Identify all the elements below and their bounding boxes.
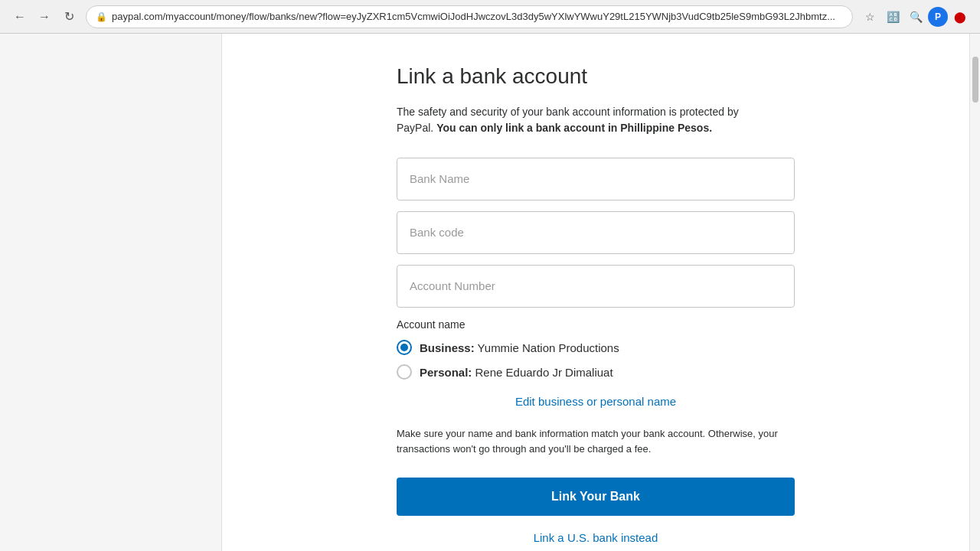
forward-button[interactable]: → <box>34 6 55 28</box>
scrollbar-thumb[interactable] <box>972 57 978 103</box>
radio-personal-label: Personal: Rene Eduardo Jr Dimaliuat <box>420 366 613 379</box>
notice-text: Make sure your name and bank information… <box>397 426 795 456</box>
radio-business-type: Business: <box>420 341 475 354</box>
account-number-input[interactable] <box>397 265 795 308</box>
radio-group: Business: Yummie Nation Productions Pers… <box>397 340 795 380</box>
search-button[interactable]: 🔍 <box>905 6 926 28</box>
link-bank-button[interactable]: Link Your Bank <box>397 478 795 516</box>
bank-code-input[interactable] <box>397 211 795 254</box>
profile-avatar[interactable]: P <box>928 7 948 27</box>
url-text: paypal.com/myaccount/money/flow/banks/ne… <box>112 11 835 22</box>
radio-business-name: Yummie Nation Productions <box>478 341 619 354</box>
browser-chrome: ← → ↻ 🔒 paypal.com/myaccount/money/flow/… <box>0 0 980 34</box>
back-button[interactable]: ← <box>9 6 31 28</box>
extension-button-2[interactable]: ⬤ <box>949 6 971 28</box>
lock-icon: 🔒 <box>96 11 107 22</box>
refresh-button[interactable]: ↻ <box>58 6 80 28</box>
radio-business-option[interactable]: Business: Yummie Nation Productions <box>397 340 795 355</box>
description-line2: PayPal. <box>397 122 433 134</box>
radio-business-circle <box>397 340 412 355</box>
sidebar <box>0 34 222 551</box>
scrollbar-area <box>969 34 980 551</box>
description: The safety and security of your bank acc… <box>397 104 795 136</box>
description-line1: The safety and security of your bank acc… <box>397 106 739 118</box>
edit-name-link[interactable]: Edit business or personal name <box>397 395 795 408</box>
extension-button-1[interactable]: 🔠 <box>882 6 903 28</box>
bank-code-field <box>397 211 795 254</box>
page-title: Link a bank account <box>397 64 795 89</box>
radio-personal-name: Rene Eduardo Jr Dimaliuat <box>475 366 613 379</box>
page-layout: Link a bank account The safety and secur… <box>0 34 980 551</box>
us-bank-link[interactable]: Link a U.S. bank instead <box>397 531 795 544</box>
bookmark-button[interactable]: ☆ <box>859 6 880 28</box>
main-content: Link a bank account The safety and secur… <box>222 34 969 551</box>
bank-name-field <box>397 158 795 201</box>
address-bar[interactable]: 🔒 paypal.com/myaccount/money/flow/banks/… <box>86 5 853 28</box>
radio-personal-circle <box>397 364 412 380</box>
description-bold: You can only link a bank account in Phil… <box>436 122 712 134</box>
account-number-field <box>397 265 795 308</box>
bank-name-input[interactable] <box>397 158 795 201</box>
radio-personal-type: Personal: <box>420 366 472 379</box>
account-name-label: Account name <box>397 318 795 331</box>
radio-personal-option[interactable]: Personal: Rene Eduardo Jr Dimaliuat <box>397 364 795 380</box>
nav-buttons: ← → ↻ <box>9 6 80 28</box>
form-container: Link a bank account The safety and secur… <box>397 64 795 544</box>
extensions-group: ☆ 🔠 🔍 P ⬤ <box>859 6 971 28</box>
radio-business-dot <box>400 344 408 351</box>
radio-business-label: Business: Yummie Nation Productions <box>420 341 619 354</box>
